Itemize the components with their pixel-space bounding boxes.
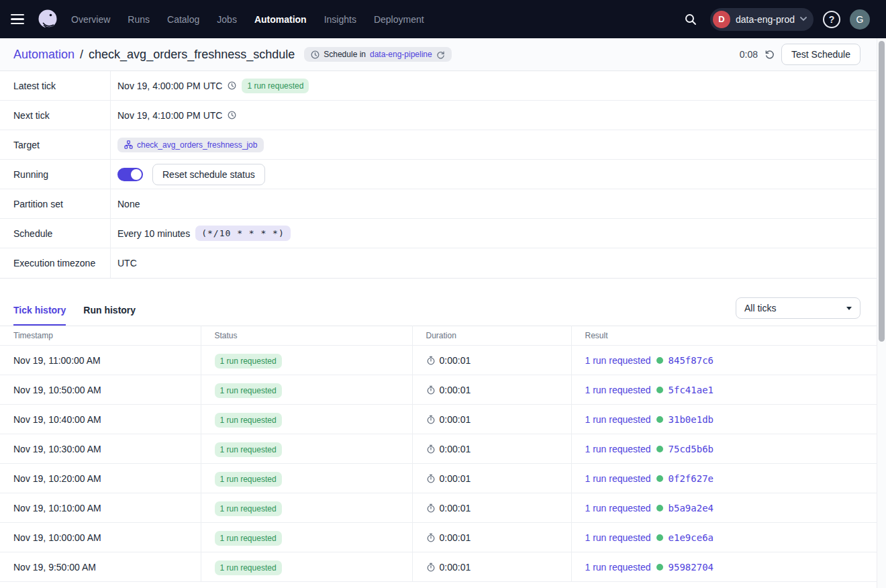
tick-status-badge: 1 run requested xyxy=(215,413,282,428)
code-location-link[interactable]: data-eng-pipeline xyxy=(370,50,432,59)
nav-item-overview[interactable]: Overview xyxy=(71,14,110,25)
detail-label: Next tick xyxy=(0,101,111,130)
schedule-text: Every 10 minutes xyxy=(117,228,190,239)
stopwatch-icon xyxy=(426,562,436,572)
table-row: Nov 19, 10:20:00 AM1 run requested0:00:0… xyxy=(0,464,877,493)
page-scrollbar-thumb[interactable] xyxy=(879,41,885,342)
run-id-link[interactable]: 75cd5b6b xyxy=(669,444,713,454)
tick-duration: 0:00:01 xyxy=(440,562,471,573)
run-success-dot-icon xyxy=(656,505,663,511)
header-timestamp: Timestamp xyxy=(0,326,201,346)
table-row: Nov 19, 10:40:00 AM1 run requested0:00:0… xyxy=(0,405,877,434)
nav-item-catalog[interactable]: Catalog xyxy=(167,14,199,25)
tick-status-badge: 1 run requested xyxy=(215,442,282,457)
latest-tick-time: Nov 19, 4:00:00 PM UTC xyxy=(117,81,222,91)
run-id-link[interactable]: e1e9ce6a xyxy=(669,532,713,543)
detail-label: Target xyxy=(0,130,111,159)
tick-timestamp: Nov 19, 10:00:00 AM xyxy=(13,532,101,543)
detail-label: Running xyxy=(0,160,111,189)
stopwatch-icon xyxy=(426,415,436,424)
history-tabs: Tick history Run history All ticks xyxy=(0,279,877,326)
tick-result-link[interactable]: 1 run requested xyxy=(585,385,651,395)
run-success-dot-icon xyxy=(656,357,663,364)
page-scrollbar-track[interactable] xyxy=(877,38,886,588)
clock-icon xyxy=(228,81,236,90)
stopwatch-icon xyxy=(426,385,436,395)
breadcrumb-separator: / xyxy=(80,48,83,62)
tick-duration: 0:00:01 xyxy=(440,385,471,395)
table-row: Nov 19, 9:50:00 AM1 run requested0:00:01… xyxy=(0,552,877,582)
execution-timezone-value: UTC xyxy=(117,258,137,268)
nav-item-deployment[interactable]: Deployment xyxy=(374,14,424,25)
breadcrumb-automation-link[interactable]: Automation xyxy=(13,48,75,62)
run-id-link[interactable]: b5a9a2e4 xyxy=(669,503,713,513)
tick-result-link[interactable]: 1 run requested xyxy=(585,355,651,366)
help-icon[interactable]: ? xyxy=(823,11,840,28)
stopwatch-icon xyxy=(426,444,436,454)
breadcrumb-bar: Automation / check_avg_orders_freshness_… xyxy=(0,38,877,71)
tab-run-history[interactable]: Run history xyxy=(83,305,136,326)
tick-timestamp: Nov 19, 10:40:00 AM xyxy=(13,414,101,425)
tick-status-badge: 1 run requested xyxy=(215,560,282,575)
test-schedule-button[interactable]: Test Schedule xyxy=(781,44,860,65)
detail-row-partition-set: Partition set None xyxy=(0,189,877,219)
tick-duration: 0:00:01 xyxy=(440,444,471,454)
reset-schedule-status-button[interactable]: Reset schedule status xyxy=(152,164,265,185)
tick-filter-select[interactable]: All ticks xyxy=(736,297,860,319)
run-id-link[interactable]: 5fc41ae1 xyxy=(669,385,713,395)
tick-status-badge: 1 run requested xyxy=(215,354,282,369)
tick-result-link[interactable]: 1 run requested xyxy=(585,532,651,543)
running-toggle[interactable] xyxy=(117,168,143,181)
run-id-link[interactable]: 845f87c6 xyxy=(669,355,713,366)
detail-label: Schedule xyxy=(0,219,111,248)
tick-result-link[interactable]: 1 run requested xyxy=(585,414,651,425)
caret-down-icon xyxy=(846,307,852,310)
tick-status-badge: 1 run requested xyxy=(215,531,282,546)
run-id-link[interactable]: 0f2f627e xyxy=(669,473,713,484)
nav-item-automation[interactable]: Automation xyxy=(254,14,307,25)
detail-row-next-tick: Next tick Nov 19, 4:10:00 PM UTC xyxy=(0,101,877,130)
tick-result-link[interactable]: 1 run requested xyxy=(585,562,651,573)
project-switcher[interactable]: D data-eng-prod xyxy=(710,8,814,31)
target-job-chip[interactable]: check_avg_orders_freshness_job xyxy=(117,138,264,152)
chevron-down-icon xyxy=(800,17,807,21)
latest-tick-status-badge: 1 run requested xyxy=(242,79,309,93)
table-header-row: Timestamp Status Duration Result xyxy=(0,326,877,346)
tick-filter-value: All ticks xyxy=(744,303,776,313)
tick-result-link[interactable]: 1 run requested xyxy=(585,503,651,513)
tick-duration: 0:00:01 xyxy=(440,503,471,513)
tick-timestamp: Nov 19, 10:20:00 AM xyxy=(13,473,101,484)
top-nav: Overview Runs Catalog Jobs Automation In… xyxy=(0,0,886,38)
dagster-logo-icon[interactable] xyxy=(36,8,59,31)
avatar[interactable]: G xyxy=(850,9,870,30)
table-row: Nov 19, 10:50:00 AM1 run requested0:00:0… xyxy=(0,375,877,405)
table-row: Nov 19, 10:10:00 AM1 run requested0:00:0… xyxy=(0,493,877,523)
run-id-link[interactable]: 31b0e1db xyxy=(669,414,713,425)
tick-result-link[interactable]: 1 run requested xyxy=(585,473,651,484)
page-title: check_avg_orders_freshness_schdule xyxy=(89,48,295,62)
stopwatch-icon xyxy=(426,503,436,513)
project-initial-badge: D xyxy=(713,11,730,28)
tick-history-table: Timestamp Status Duration Result Nov 19,… xyxy=(0,326,877,582)
refresh-countdown: 0:08 xyxy=(740,49,758,60)
reload-location-icon[interactable] xyxy=(436,50,445,59)
nav-item-jobs[interactable]: Jobs xyxy=(217,14,237,25)
hamburger-menu-icon[interactable] xyxy=(11,11,27,28)
detail-label: Partition set xyxy=(0,189,111,218)
tick-status-badge: 1 run requested xyxy=(215,472,282,487)
search-icon[interactable] xyxy=(681,9,701,30)
tick-result-link[interactable]: 1 run requested xyxy=(585,444,651,454)
nav-item-runs[interactable]: Runs xyxy=(128,14,150,25)
tick-status-badge: 1 run requested xyxy=(215,383,282,398)
breadcrumb-actions: 0:08 Test Schedule xyxy=(740,44,860,65)
clock-icon xyxy=(311,50,319,59)
refresh-icon[interactable] xyxy=(765,50,775,60)
run-id-link[interactable]: 95982704 xyxy=(669,562,713,573)
detail-row-target: Target check_avg_orders_freshness_job xyxy=(0,130,877,160)
detail-row-latest-tick: Latest tick Nov 19, 4:00:00 PM UTC 1 run… xyxy=(0,71,877,101)
tick-timestamp: Nov 19, 9:50:00 AM xyxy=(13,562,96,573)
nav-item-insights[interactable]: Insights xyxy=(324,14,356,25)
run-success-dot-icon xyxy=(656,475,663,482)
target-job-link[interactable]: check_avg_orders_freshness_job xyxy=(137,140,257,150)
tab-tick-history[interactable]: Tick history xyxy=(13,305,66,326)
